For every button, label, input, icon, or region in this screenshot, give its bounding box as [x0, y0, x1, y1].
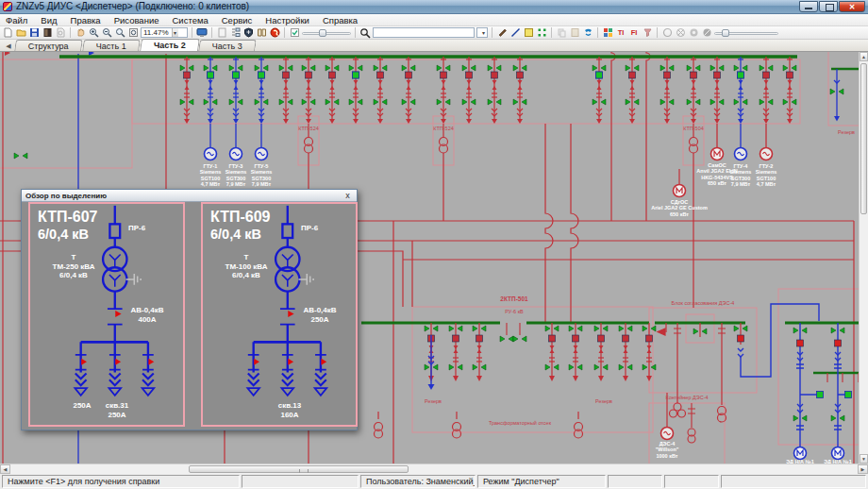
tab-part1[interactable]: Часть 1: [82, 40, 141, 51]
zoom-out-icon[interactable]: [101, 27, 112, 39]
tab-structure[interactable]: Структура: [14, 40, 82, 51]
combo-arrow-icon[interactable]: ▾: [172, 28, 178, 37]
popup-title: Обзор по выделению: [25, 192, 342, 200]
menu-bar: Файл Вид Правка Рисование Система Сервис…: [0, 14, 868, 26]
ktp-609-diagram: [203, 204, 356, 425]
menu-edit[interactable]: Правка: [71, 15, 101, 25]
edit-line-icon[interactable]: [509, 27, 521, 39]
schematic-canvas[interactable]: ГТУ-1 Siemens SGT100 4,7 МВт ГТУ-3 Sieme…: [0, 52, 868, 464]
status-empty-4: [721, 475, 866, 488]
scroll-right-icon[interactable]: ▶: [858, 464, 868, 474]
menu-system[interactable]: Система: [172, 15, 208, 25]
status-help: Нажмите <F1> для получения справки: [2, 475, 240, 488]
combo-arrow-icon[interactable]: ▾: [482, 28, 485, 37]
scroll-left-icon[interactable]: ◀: [0, 464, 10, 474]
opacity-slider[interactable]: [302, 28, 351, 37]
menu-service[interactable]: Сервис: [222, 15, 253, 25]
zoom-level-combo[interactable]: 11.47%▾: [141, 27, 188, 38]
pause-tool-icon[interactable]: [688, 27, 699, 39]
pan-hand-icon[interactable]: [75, 27, 86, 39]
horizontal-scrollbar[interactable]: ◀ ▶: [0, 464, 868, 474]
tab-part3[interactable]: Часть 3: [198, 40, 257, 51]
menu-help[interactable]: Справка: [323, 15, 358, 25]
call-phone-icon[interactable]: [582, 27, 593, 39]
maximize-button[interactable]: [819, 1, 838, 12]
telemetry-red-icon[interactable]: [602, 27, 613, 39]
scroll-up-icon[interactable]: ▲: [860, 52, 868, 61]
app-icon: [3, 2, 12, 11]
popup-close-icon[interactable]: х: [342, 191, 353, 201]
selection-overview-window[interactable]: Обзор по выделению х: [21, 189, 358, 430]
stop-tool-icon[interactable]: [701, 27, 712, 39]
zoom-page-icon[interactable]: [127, 27, 139, 39]
shield-icon: [242, 27, 254, 39]
select-mode-icon[interactable]: [289, 27, 300, 39]
ktp-609-panel[interactable]: КТП-609 6/0,4 кВ ПР-6 Т ТМ-100 кВА 6/0,4…: [201, 202, 358, 427]
status-empty-3: [664, 475, 719, 488]
minimize-button[interactable]: [799, 1, 818, 12]
search-combo-arrow[interactable]: ▾: [476, 27, 488, 38]
screen-mode-icon[interactable]: [196, 27, 208, 39]
edit-pen-icon[interactable]: [496, 27, 508, 39]
scale-slider[interactable]: [714, 28, 778, 37]
horizontal-scroll-thumb[interactable]: [189, 465, 409, 473]
open-icon[interactable]: [15, 27, 26, 39]
filter-icon[interactable]: [642, 27, 653, 39]
ktp-607-panel[interactable]: КТП-607 6/0,4 кВ ПР-6 Т ТМ-250 кВА 6/0,4…: [28, 202, 185, 427]
find-icon[interactable]: [359, 27, 371, 39]
print-preview-icon[interactable]: [55, 27, 66, 39]
scroll-down-icon[interactable]: ▼: [860, 454, 868, 464]
snap-grid-icon[interactable]: [536, 27, 547, 39]
status-empty-2: [608, 475, 662, 488]
title-bar[interactable]: ZNZv5 ДИУС <Диспетчер> (Подключено: 0 кл…: [0, 0, 868, 14]
ktp-607-diagram: [30, 204, 183, 425]
vertical-scroll-thumb[interactable]: [860, 63, 867, 214]
paste-icon[interactable]: [569, 27, 580, 39]
fi-values-icon[interactable]: FI: [628, 27, 640, 39]
status-mode: Режим "Диспетчер": [477, 475, 606, 488]
ti-values-icon[interactable]: ТI: [615, 27, 626, 39]
page-setup-icon[interactable]: [216, 27, 227, 39]
schema-tree-icon[interactable]: [229, 27, 241, 39]
menu-file[interactable]: Файл: [6, 15, 27, 25]
tab-bar: ◀ Структура Часть 1 Часть 2 Часть 3: [0, 40, 868, 52]
search-input[interactable]: [373, 27, 475, 38]
zoom-level-value: 11.47%: [143, 28, 169, 37]
alarm-icon[interactable]: [269, 27, 280, 39]
save-icon[interactable]: [28, 27, 40, 39]
tab-part2[interactable]: Часть 2: [140, 39, 200, 51]
zoom-window-icon[interactable]: [114, 27, 125, 39]
status-empty-1: [242, 475, 359, 488]
status-bar: Нажмите <F1> для получения справки Польз…: [0, 474, 868, 489]
app-window: ZNZv5 ДИУС <Диспетчер> (Подключено: 0 кл…: [0, 0, 868, 489]
menu-draw[interactable]: Рисование: [114, 15, 159, 25]
popup-title-bar[interactable]: Обзор по выделению х: [22, 190, 357, 202]
zoom-in-icon[interactable]: [88, 27, 99, 39]
close-button[interactable]: [839, 1, 865, 12]
menu-settings[interactable]: Настройки: [265, 15, 309, 25]
vertical-scrollbar[interactable]: ▲ ▼: [859, 52, 868, 464]
reference-book-icon[interactable]: [256, 27, 267, 39]
rotate-tool-icon[interactable]: [675, 27, 686, 39]
popup-body: КТП-607 6/0,4 кВ ПР-6 Т ТМ-250 кВА 6/0,4…: [22, 202, 357, 431]
window-title: ZNZv5 ДИУС <Диспетчер> (Подключено: 0 кл…: [16, 0, 799, 13]
tab-scroll-left-icon[interactable]: ◀: [2, 41, 15, 51]
toolbar: 11.47%▾ ▾ ТI FI: [0, 26, 868, 40]
menu-view[interactable]: Вид: [41, 15, 57, 25]
copy-icon[interactable]: [556, 27, 567, 39]
journal-icon[interactable]: [42, 27, 53, 39]
edit-fill-icon[interactable]: [523, 27, 534, 39]
status-user: Пользователь: Знаменский_АА: [360, 475, 476, 488]
new-document-icon[interactable]: [2, 27, 13, 39]
circle-tool-icon[interactable]: [661, 27, 673, 39]
